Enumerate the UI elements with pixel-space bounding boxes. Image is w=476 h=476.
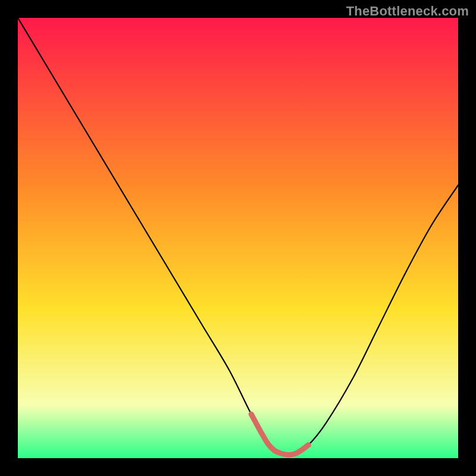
watermark-text: TheBottleneck.com: [346, 4, 469, 19]
chart-frame: TheBottleneck.com: [0, 0, 476, 476]
bottleneck-chart: [18, 18, 458, 458]
chart-background: [18, 18, 458, 458]
